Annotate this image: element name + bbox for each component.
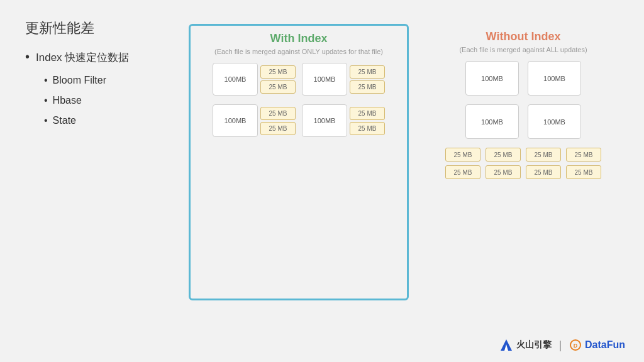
without-main-row1: 100MB 100MB (429, 61, 618, 96)
svg-text:D: D (573, 343, 577, 349)
main-file: 100MB (213, 63, 258, 96)
logo-divider: | (559, 339, 562, 352)
with-index-title: With Index (197, 32, 401, 45)
main-bullet-text: Index 快速定位数据 (36, 50, 129, 65)
index-file: 25 MB (260, 80, 296, 94)
with-index-block-2-1: 100MB 25 MB 25 MB (213, 104, 296, 137)
main-file: 100MB (302, 104, 347, 137)
sub-bullet-hbase: Hbase (44, 95, 176, 106)
without-index-file: 25 MB (566, 165, 601, 179)
without-index-file: 25 MB (526, 165, 561, 179)
main-file: 100MB (213, 104, 258, 137)
without-index-file: 25 MB (445, 148, 480, 162)
index-files: 25 MB 25 MB (260, 65, 296, 94)
index-file: 25 MB (350, 107, 385, 120)
datafun-icon: D (570, 339, 581, 351)
without-main-file: 100MB (465, 104, 519, 139)
index-file: 25 MB (260, 122, 296, 135)
without-index-file: 25 MB (445, 165, 480, 179)
without-index-title: Without Index (429, 30, 618, 43)
datafun-logo: D DataFun (570, 339, 625, 351)
without-main-file: 100MB (528, 61, 581, 96)
with-index-container: With Index (Each file is merged against … (189, 24, 409, 300)
volcano-text: 火山引擎 (516, 339, 552, 351)
sub-bullet-list: Bloom Filter Hbase State (44, 75, 176, 126)
without-index-container: Without Index (Each file is merged again… (423, 24, 624, 300)
with-index-row1: 100MB 25 MB 25 MB 100MB (197, 63, 401, 96)
index-file: 25 MB (350, 80, 385, 94)
index-files: 25 MB 25 MB (350, 65, 385, 94)
index-file: 25 MB (260, 107, 296, 120)
index-files: 25 MB 25 MB (260, 107, 296, 135)
sub-bullet-bloom: Bloom Filter (44, 75, 176, 86)
without-main-file: 100MB (528, 104, 581, 139)
without-index-subtitle: (Each file is merged against ALL updates… (429, 46, 618, 53)
without-main-row2: 100MB 100MB (429, 104, 618, 139)
with-index-block-2-2: 100MB 25 MB 25 MB (302, 104, 385, 137)
left-panel: Index 快速定位数据 Bloom Filter Hbase State (25, 50, 176, 135)
with-index-row2: 100MB 25 MB 25 MB 100MB (197, 104, 401, 137)
index-files: 25 MB 25 MB (350, 107, 385, 135)
index-file: 25 MB (350, 65, 385, 79)
main-file: 100MB (302, 63, 347, 96)
logo-area: 火山引擎 | D DataFun (499, 338, 625, 352)
without-index-row1: 25 MB 25 MB 25 MB 25 MB (429, 148, 618, 162)
with-index-subtitle: (Each file is merged against ONLY update… (197, 48, 401, 55)
without-index-file: 25 MB (486, 165, 521, 179)
main-bullet-item: Index 快速定位数据 (25, 50, 176, 65)
with-index-block-1-2: 100MB 25 MB 25 MB (302, 63, 385, 96)
without-main-file: 100MB (465, 61, 519, 96)
volcano-logo: 火山引擎 (499, 338, 552, 352)
without-index-file: 25 MB (486, 148, 521, 162)
main-bullet-list: Index 快速定位数据 (25, 50, 176, 65)
volcano-icon (499, 338, 513, 352)
index-file: 25 MB (350, 122, 385, 135)
without-index-row2: 25 MB 25 MB 25 MB 25 MB (429, 165, 618, 179)
with-index-block-1-1: 100MB 25 MB 25 MB (213, 63, 296, 96)
datafun-text: DataFun (585, 339, 625, 350)
slide: 更新性能差 Index 快速定位数据 Bloom Filter Hbase St… (0, 0, 644, 362)
without-index-file: 25 MB (526, 148, 561, 162)
sub-bullet-state: State (44, 115, 176, 126)
without-index-file: 25 MB (566, 148, 601, 162)
index-file: 25 MB (260, 65, 296, 79)
